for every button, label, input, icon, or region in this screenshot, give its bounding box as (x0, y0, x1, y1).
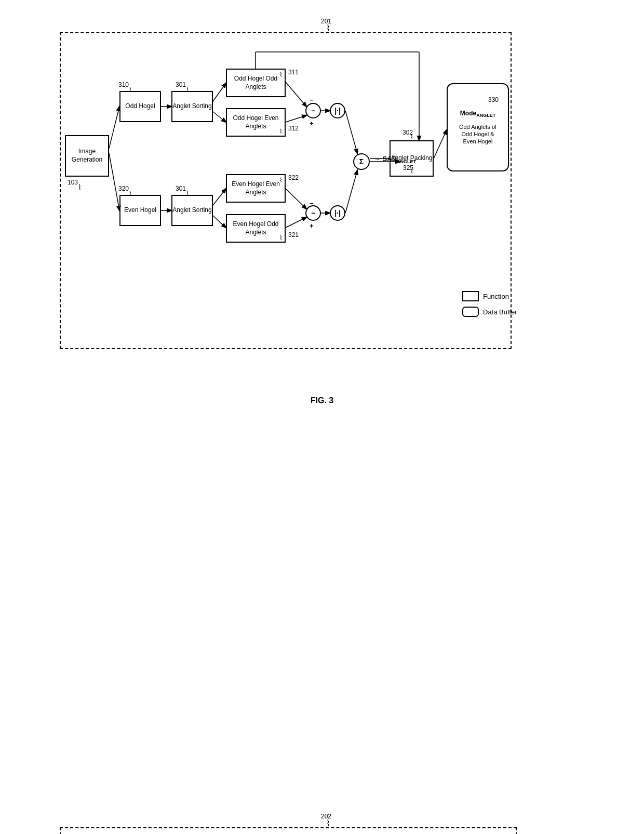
odd-hogel-box: Odd Hogel (119, 91, 161, 122)
fig3-title: FIG. 3 (10, 396, 634, 405)
minus-top-label: − (310, 96, 314, 104)
sigma-circle: Σ (353, 153, 370, 170)
squiggle-302: ⌇ (410, 134, 413, 141)
ref-312: 312 (288, 125, 299, 132)
squiggle-202: ⌇ (326, 818, 330, 828)
abs-circle-top: |·| (330, 103, 345, 118)
ref-103-fig3: 103 (68, 179, 78, 186)
squiggle-301-1: ⌇ (186, 86, 189, 94)
squiggle-325: ⌇ (410, 168, 413, 175)
fig3-section: 201 ⌇ Image Generation 103 ⌇ Odd Hogel 3… (10, 16, 634, 411)
plus-top: + (310, 120, 314, 127)
squiggle-312: ⌇ (279, 128, 283, 135)
squiggle-311: ⌇ (279, 71, 283, 78)
squiggle-103-fig3: ⌇ (78, 183, 82, 191)
anglet-sorting-2-box: Anglet Sorting (171, 195, 213, 226)
ref-310-1: 310 (118, 81, 129, 88)
ref-311: 311 (288, 69, 299, 76)
mode-box: ModeANGLET Odd Anglets ofOdd Hogel &Even… (447, 83, 509, 171)
squiggle-320: ⌇ (129, 190, 132, 197)
squiggle-310: ⌇ (129, 86, 132, 94)
ref-321: 321 (288, 231, 299, 239)
fig4-section: 202 ⌇ 203 ⌇ Image Generation 103 ⌇ Odd H… (10, 811, 634, 834)
odd-hogel-even-anglets-box: Odd Hogel Even Anglets (226, 108, 286, 137)
squiggle-321: ⌇ (279, 234, 283, 242)
minus-circle-top: − (305, 103, 321, 118)
legend-buffer-rect (462, 307, 479, 317)
squiggle-201: ⌇ (326, 23, 330, 33)
ref-322: 322 (288, 174, 299, 181)
anglet-sorting-1-box: Anglet Sorting (171, 91, 213, 122)
even-hogel-odd-anglets-box: Even Hogel Odd Anglets (226, 214, 286, 243)
odd-hogel-odd-anglets-box: Odd Hogel Odd Anglets (226, 69, 286, 97)
legend-function-rect (462, 291, 479, 301)
minus-circle-bottom: − (305, 205, 321, 221)
ref-320: 320 (118, 185, 129, 192)
image-generation-box: Image Generation (65, 135, 109, 177)
legend-buffer-fig3: Data Buffer (462, 307, 517, 317)
ref-330: 330 (488, 96, 499, 103)
legend-function-fig3: Function (462, 291, 509, 301)
squiggle-301-2: ⌇ (186, 190, 189, 197)
even-hogel-even-anglets-box: Even Hogel Even Anglets (226, 174, 286, 203)
abs-circle-bottom: |·| (330, 205, 345, 221)
page: 201 ⌇ Image Generation 103 ⌇ Odd Hogel 3… (0, 0, 644, 834)
ref-301-1: 301 (176, 81, 186, 88)
even-hogel-box: Even Hogel (119, 195, 161, 226)
minus-bottom-label: − (310, 200, 314, 207)
plus-bottom: + (310, 222, 314, 230)
squiggle-322: ⌇ (279, 177, 283, 184)
fig4-main-dashed (60, 827, 517, 834)
sad-anglet-label: → SADANGLET (374, 155, 416, 164)
ref-301-2: 301 (176, 185, 186, 192)
